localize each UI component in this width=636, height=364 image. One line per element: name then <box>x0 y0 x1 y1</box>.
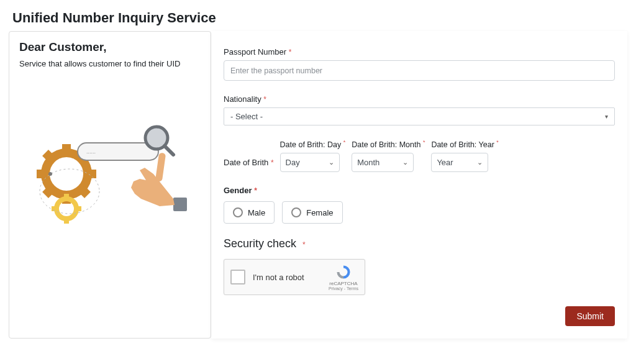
recaptcha-checkbox[interactable] <box>230 270 245 284</box>
gender-label: Gender * <box>224 186 615 195</box>
info-panel: Dear Customer, Service that allows custo… <box>9 31 211 339</box>
dob-month-label: Date of Brith: Month * <box>352 139 425 149</box>
svg-rect-20 <box>173 198 187 211</box>
dob-year-select[interactable]: Year ⌄ <box>431 153 488 172</box>
form-panel: Passport Number * Nationality * - Select… <box>211 31 627 339</box>
nationality-label: Nationality * <box>224 94 615 104</box>
gender-male-radio[interactable]: Male <box>224 201 275 224</box>
svg-line-6 <box>81 189 88 195</box>
dob-day-select[interactable]: Day ⌄ <box>280 153 340 172</box>
greeting: Dear Customer, <box>19 40 201 54</box>
chevron-down-icon: ⌄ <box>329 158 334 166</box>
gender-female-radio[interactable]: Female <box>282 201 342 224</box>
required-star-icon: * <box>263 95 266 104</box>
recaptcha-label: I'm not a robot <box>253 273 304 282</box>
service-description: Service that allows customer to find the… <box>19 59 201 68</box>
illustration-icon: ...... <box>19 93 201 230</box>
chevron-down-icon: ⌄ <box>402 158 408 166</box>
security-section-title: Security check * <box>224 237 615 250</box>
required-star-icon: * <box>271 158 274 167</box>
dob-year-label: Date of Brith: Year * <box>431 139 498 149</box>
recaptcha-widget[interactable]: I'm not a robot reCAPTCHA Privacy - Term… <box>224 259 365 295</box>
page-title: Unified Number Inquiry Service <box>0 0 636 31</box>
chevron-down-icon: ⌄ <box>477 158 483 166</box>
svg-line-19 <box>165 146 173 155</box>
nationality-select[interactable]: - Select - ▾ <box>224 107 615 125</box>
svg-line-5 <box>45 153 52 159</box>
dob-day-label: Date of Brith: Day * <box>280 139 346 149</box>
radio-icon <box>233 207 243 217</box>
recaptcha-brand: reCAPTCHA Privacy - Terms <box>329 264 358 291</box>
required-star-icon: * <box>302 240 306 249</box>
dob-label: Date of Brith * <box>224 158 274 172</box>
required-star-icon: * <box>254 186 257 195</box>
required-star-icon: * <box>289 48 292 57</box>
radio-icon <box>291 207 301 217</box>
recaptcha-logo-icon <box>329 264 358 280</box>
caret-down-icon: ▾ <box>605 113 608 120</box>
passport-input[interactable] <box>224 60 615 81</box>
svg-line-7 <box>45 189 52 195</box>
svg-text:......: ...... <box>86 148 96 155</box>
dob-month-select[interactable]: Month ⌄ <box>352 153 414 172</box>
passport-label: Passport Number * <box>224 47 615 57</box>
main-container: Dear Customer, Service that allows custo… <box>0 31 636 339</box>
svg-point-15 <box>48 172 52 176</box>
submit-button[interactable]: Submit <box>565 306 615 326</box>
